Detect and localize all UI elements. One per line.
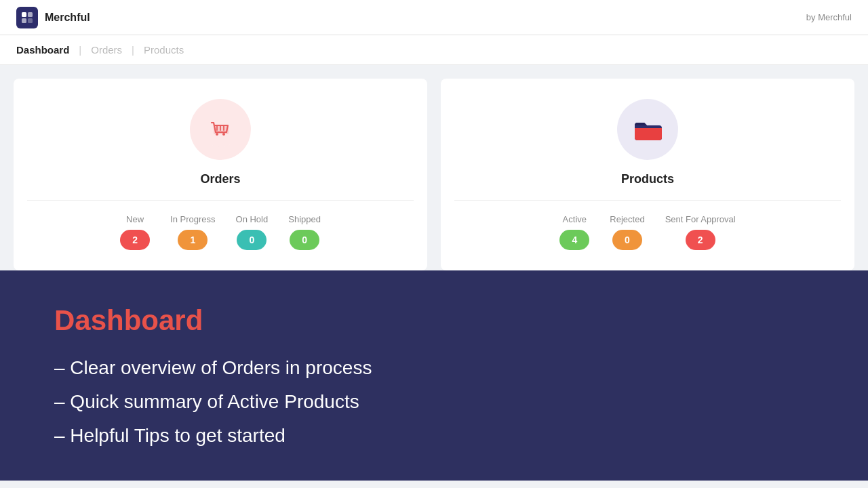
stat-shipped-label: Shipped <box>288 214 321 224</box>
orders-stats: New 2 In Progress 1 On Hold 0 Shipped 0 <box>27 214 414 250</box>
svg-rect-0 <box>22 12 26 17</box>
cart-icon <box>203 112 238 147</box>
svg-point-9 <box>216 133 218 136</box>
stat-in-progress: In Progress 1 <box>170 214 215 250</box>
breadcrumb-orders[interactable]: Orders <box>91 44 122 56</box>
stat-in-progress-label: In Progress <box>170 214 215 224</box>
stat-shipped: Shipped 0 <box>288 214 321 250</box>
stat-new-label: New <box>126 214 144 224</box>
nav-by-label: by Merchful <box>806 12 852 22</box>
stat-rejected-label: Rejected <box>610 214 644 224</box>
stat-sent-for-approval-badge: 2 <box>686 230 715 250</box>
breadcrumb: Dashboard | Orders | Products <box>0 35 868 65</box>
bottom-list-item-1: – Clear overview of Orders in process <box>54 357 814 379</box>
stat-rejected: Rejected 0 <box>610 214 644 250</box>
products-card: Products Active 4 Rejected 0 Sent For Ap… <box>441 79 854 270</box>
top-nav: Merchful by Merchful <box>0 0 868 35</box>
bottom-list-item-2: – Quick summary of Active Products <box>54 391 814 413</box>
breadcrumb-dashboard[interactable]: Dashboard <box>16 44 69 56</box>
stat-sent-for-approval-label: Sent For Approval <box>665 214 736 224</box>
stat-new-badge: 2 <box>120 230 150 250</box>
breadcrumb-sep-1: | <box>79 44 81 56</box>
stat-active-badge: 4 <box>559 230 589 250</box>
bottom-list: – Clear overview of Orders in process – … <box>54 357 814 447</box>
bottom-section: Dashboard – Clear overview of Orders in … <box>0 270 868 481</box>
orders-icon-circle <box>190 99 251 160</box>
bottom-title: Dashboard <box>54 304 814 337</box>
products-card-title: Products <box>621 172 674 186</box>
svg-rect-3 <box>28 18 33 23</box>
brand-logo <box>16 7 38 28</box>
products-stats: Active 4 Rejected 0 Sent For Approval 2 <box>454 214 841 250</box>
stat-on-hold-badge: 0 <box>237 230 267 250</box>
products-divider <box>454 200 841 201</box>
main-content: Orders New 2 In Progress 1 On Hold 0 Shi… <box>0 65 868 270</box>
breadcrumb-products[interactable]: Products <box>144 44 184 56</box>
brand-name: Merchful <box>45 12 90 24</box>
svg-point-10 <box>222 133 225 136</box>
stat-on-hold: On Hold 0 <box>236 214 269 250</box>
products-icon-circle <box>617 99 678 160</box>
brand: Merchful <box>16 7 90 28</box>
stat-sent-for-approval: Sent For Approval 2 <box>665 214 736 250</box>
orders-card-title: Orders <box>200 172 240 186</box>
stat-on-hold-label: On Hold <box>236 214 269 224</box>
svg-rect-1 <box>28 12 33 17</box>
orders-divider <box>27 200 414 201</box>
stat-rejected-badge: 0 <box>612 230 642 250</box>
folder-icon <box>628 112 667 147</box>
stat-new: New 2 <box>120 214 150 250</box>
breadcrumb-sep-2: | <box>132 44 134 56</box>
bottom-list-item-3: – Helpful Tips to get started <box>54 425 814 447</box>
stat-active-label: Active <box>563 214 587 224</box>
stat-active: Active 4 <box>559 214 589 250</box>
stat-shipped-badge: 0 <box>290 230 319 250</box>
orders-card: Orders New 2 In Progress 1 On Hold 0 Shi… <box>14 79 427 270</box>
svg-rect-2 <box>22 18 26 23</box>
stat-in-progress-badge: 1 <box>178 230 208 250</box>
